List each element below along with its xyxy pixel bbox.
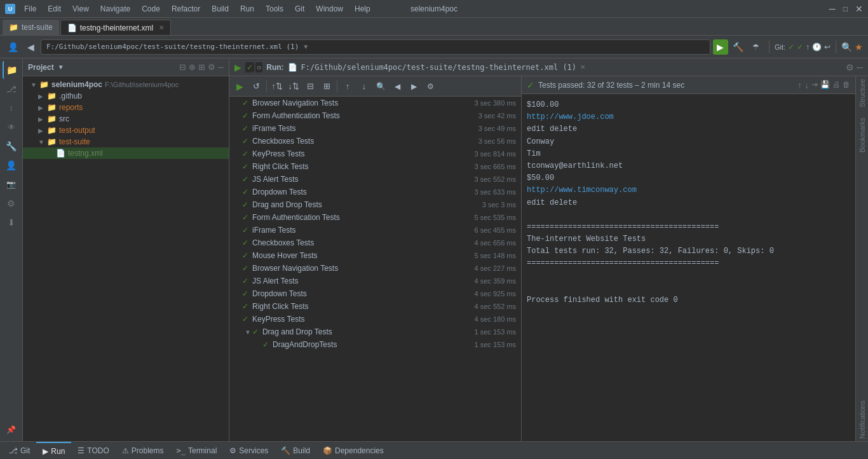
test-list-item[interactable]: ▼ ✓ Drag and Drop Tests 1 sec 153 ms [229,325,521,338]
review-icon[interactable]: 👁 [3,118,20,136]
tab-close-icon[interactable]: ✕ [159,24,164,31]
git-revert-icon[interactable]: ↩ [824,43,831,51]
test-list-item[interactable]: ✓ JS Alert Tests 3 sec 552 ms [229,173,521,186]
tab-testng-xml[interactable]: 📄 testng-theinternet.xml ✕ [60,20,171,35]
tree-item-testng-xml[interactable]: 📄 testng.xml [23,147,229,159]
test-filter-settings-icon[interactable]: ⚙ [423,79,438,94]
menu-item-help[interactable]: Help [349,3,376,15]
bottom-tab-problems[interactable]: ⚠ Problems [116,442,170,460]
next-match-btn[interactable]: ▶ [406,79,421,94]
output-save-icon[interactable]: 💾 [820,80,830,90]
sort-asc-btn[interactable]: ↑⇅ [269,79,285,94]
test-list-item[interactable]: ✓ KeyPress Tests 3 sec 814 ms [229,147,521,160]
test-list-item[interactable]: ✓ Mouse Hover Tests 5 sec 148 ms [229,249,521,262]
user-icon[interactable]: 👤 [5,39,20,55]
panel-close-icon[interactable]: ─ [218,62,224,72]
output-up-icon[interactable]: ↑ [797,80,802,90]
test-list-item[interactable]: ✓ KeyPress Tests 4 sec 180 ms [229,313,521,325]
tree-item-root[interactable]: ▼ 📁 selenium4poc F:\Github\selenium4poc [23,79,229,90]
locate-icon[interactable]: ⊕ [189,62,196,72]
run-settings-icon[interactable]: ⚙ [846,62,854,72]
bottom-tab-run[interactable]: ▶ Run [36,442,71,460]
back-btn[interactable]: ◀ [23,39,38,55]
test-list-item[interactable]: ✓ Right Click Tests 4 sec 552 ms [229,300,521,313]
vert-structure-label[interactable]: Structure [858,79,866,107]
test-list-item[interactable]: ✓ Browser Navigation Tests 3 sec 380 ms [229,97,521,109]
panel-settings-icon[interactable]: ⚙ [208,62,215,72]
tree-item-reports[interactable]: ▶ 📁 reports [23,102,229,113]
project-icon[interactable]: 📁 [3,61,20,79]
close-btn[interactable]: ✕ [855,4,863,14]
rerun-failed-btn[interactable]: ↺ [248,79,264,94]
menu-item-edit[interactable]: Edit [43,3,66,15]
test-list-item[interactable]: ✓ Browser Navigation Tests 4 sec 227 ms [229,262,521,275]
bottom-tab-services[interactable]: ⚙ Services [223,442,275,460]
test-list-item[interactable]: ✓ Right Click Tests 3 sec 665 ms [229,160,521,173]
test-list-item[interactable]: ✓ JS Alert Tests 4 sec 359 ms [229,275,521,287]
expand-all-icon[interactable]: ⊞ [198,62,205,72]
run-play-icon[interactable]: ▶ [234,62,241,72]
output-trash-icon[interactable]: 🗑 [843,80,850,90]
output-line-link[interactable]: http://www.jdoe.com [527,111,850,123]
pull-requests-icon[interactable]: ↕ [3,99,20,117]
vert-notifications-label[interactable]: Notifications [858,401,866,439]
bottom-tab-dependencies[interactable]: 📦 Dependencies [316,442,390,460]
menu-item-window[interactable]: Window [311,3,348,15]
git-push-icon[interactable]: ↑ [806,43,810,51]
profile-icon[interactable]: 👤 [3,156,20,174]
bottom-tab-terminal[interactable]: >_ Terminal [170,442,224,460]
menu-item-file[interactable]: File [19,3,41,15]
filter-btn[interactable]: ⊟ [302,79,318,94]
test-list-item[interactable]: ✓ Checkboxes Tests 3 sec 56 ms [229,135,521,147]
test-list-item[interactable]: ✓ iFrame Tests 6 sec 455 ms [229,224,521,236]
tab-test-suite[interactable]: 📁 test-suite [3,20,59,35]
build-btn[interactable]: 🔨 [731,39,746,55]
settings-gear-icon[interactable]: ⚙ [3,195,20,212]
tree-item-test-suite[interactable]: ▼ 📁 test-suite [23,136,229,147]
tree-item-test-output[interactable]: ▶ 📁 test-output [23,125,229,136]
find-btn[interactable]: 🔍 [373,79,388,94]
bottom-tab-git[interactable]: ⎇ Git [3,442,36,460]
sort-desc-btn[interactable]: ↓⇅ [286,79,301,94]
pin-icon[interactable]: 📌 [3,421,20,439]
expand-btn[interactable]: ⊞ [319,79,334,94]
tree-item-src[interactable]: ▶ 📁 src [23,113,229,125]
menu-item-run[interactable]: Run [235,3,259,15]
path-display[interactable]: F:/Github/selenium4poc/test-suite/testng… [46,43,299,51]
test-list-item[interactable]: ✓ iFrame Tests 3 sec 49 ms [229,122,521,135]
output-line-link2[interactable]: http://www.timconway.com [527,184,850,196]
prev-match-btn[interactable]: ◀ [390,79,405,94]
logout-icon[interactable]: ⬇ [3,214,20,231]
maximize-btn[interactable]: □ [843,4,848,13]
menu-item-code[interactable]: Code [137,3,165,15]
star-icon[interactable]: ★ [855,42,863,52]
coverage-btn[interactable]: ☂ [749,39,764,55]
up-nav-btn[interactable]: ↑ [340,79,355,94]
output-wrap-icon[interactable]: ⇥ [811,80,818,90]
menu-item-build[interactable]: Build [207,3,234,15]
test-list-item[interactable]: ✓ Checkboxes Tests 4 sec 656 ms [229,236,521,249]
menu-item-navigate[interactable]: Navigate [95,3,135,15]
menu-item-view[interactable]: View [67,3,94,15]
output-down-icon[interactable]: ↓ [804,80,809,90]
test-list-item[interactable]: ✓ Form Authentication Tests 5 sec 535 ms [229,211,521,224]
output-print-icon[interactable]: 🖨 [832,80,840,90]
project-dropdown-icon[interactable]: ▼ [58,64,64,71]
minimize-btn[interactable]: ─ [829,4,836,14]
git-history-icon[interactable]: 🕐 [812,43,822,51]
run-green-btn[interactable]: ▶ [713,39,728,55]
down-nav-btn[interactable]: ↓ [356,79,372,94]
test-list-item[interactable]: ✓ Dropdown Tests 4 sec 925 ms [229,287,521,300]
rerun-btn[interactable]: ▶ [232,79,247,94]
run-minimize-icon[interactable]: ─ [857,62,863,72]
run-file-close-icon[interactable]: ✕ [580,64,585,71]
test-list-item[interactable]: ✓ Dropdown Tests 3 sec 633 ms [229,186,521,198]
test-list-item[interactable]: ✓ Form Authentication Tests 3 sec 42 ms [229,109,521,122]
wrench-icon[interactable]: 🔧 [3,137,20,155]
path-dropdown-icon[interactable]: ▼ [302,43,309,50]
camera-icon[interactable]: 📷 [3,175,20,193]
test-list-item[interactable]: ✓ DragAndDropTests 1 sec 153 ms [229,338,521,351]
commit-icon[interactable]: ⎇ [3,80,20,98]
vert-bookmarks-label[interactable]: Bookmarks [858,118,866,153]
bottom-tab-todo[interactable]: ☰ TODO [71,442,115,460]
